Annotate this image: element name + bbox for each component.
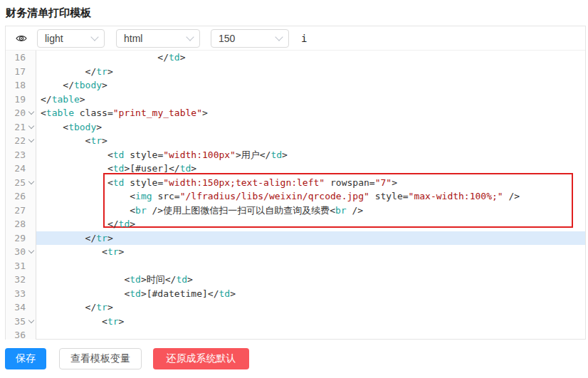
preview-toggle-button[interactable] — [11, 34, 31, 43]
code-line-content[interactable]: <tr> — [36, 245, 585, 259]
code-line-content[interactable]: </td> — [36, 51, 585, 65]
code-line-content[interactable]: </table> — [36, 93, 585, 107]
gutter: 22 — [6, 134, 36, 148]
fold-spacer — [26, 259, 36, 273]
line-number: 31 — [6, 259, 26, 273]
code-token: > — [282, 149, 288, 160]
code-line-content[interactable]: <br />使用上图微信扫一扫可以自助查询及续费<br /> — [36, 204, 585, 218]
code-token: "max-width:100%;" — [409, 191, 503, 201]
fold-icon[interactable] — [26, 106, 36, 120]
code-line-19: 19</table> — [6, 93, 585, 107]
chevron-down-icon — [186, 33, 194, 41]
code-token: tr — [96, 233, 107, 243]
code-token: td — [130, 274, 141, 285]
code-token: td — [113, 149, 125, 160]
code-token: style — [375, 191, 403, 201]
code-token: img — [135, 191, 152, 201]
code-token: /> — [503, 191, 520, 201]
code-line-content[interactable] — [36, 259, 585, 273]
view-template-variables-button[interactable]: 查看模板变量 — [59, 348, 142, 369]
line-number: 36 — [6, 328, 26, 340]
code-token: td — [176, 274, 187, 285]
code-token: = — [369, 177, 375, 188]
code-line-content[interactable]: </tbody> — [36, 78, 585, 93]
code-token: src — [157, 191, 174, 201]
code-line-content[interactable]: </td> — [36, 217, 585, 231]
code-token: "/lfradius/libs/weixin/qrcode.jpg" — [180, 191, 369, 201]
code-line-24: 24 <td>[#user]</td> — [6, 162, 585, 176]
code-line-29: 29 </tr> — [6, 231, 585, 246]
restore-system-default-button[interactable]: 还原成系统默认 — [153, 348, 249, 369]
code-token: tr — [96, 302, 107, 313]
info-icon[interactable]: i — [301, 33, 307, 44]
line-number: 35 — [6, 315, 26, 329]
fold-icon[interactable] — [26, 315, 36, 329]
fold-spacer — [26, 65, 36, 79]
theme-select[interactable]: light — [37, 29, 105, 48]
code-line-content[interactable]: <td style="width:100px">用户</td> — [36, 148, 585, 162]
code-token: class — [80, 107, 107, 118]
fold-spacer — [26, 217, 36, 231]
fold-spacer — [26, 328, 36, 340]
fold-icon[interactable] — [26, 176, 36, 190]
code-token: tr — [107, 316, 119, 327]
fold-icon[interactable] — [26, 120, 36, 135]
code-token: td — [271, 149, 282, 160]
gutter: 35 — [6, 315, 36, 329]
code-line-content[interactable]: <td>[#user]</td> — [36, 162, 585, 176]
fold-icon[interactable] — [26, 245, 36, 259]
code-line-21: 21 <tbody> — [6, 120, 585, 135]
code-token: > — [80, 94, 85, 105]
code-token: </ — [41, 94, 52, 105]
code-line-content[interactable]: <td>[#datetime]</td> — [36, 287, 585, 301]
code-line-content[interactable]: <tr> — [36, 134, 585, 148]
code-token: br — [135, 205, 147, 216]
gutter: 27 — [6, 204, 36, 218]
code-token: /> — [347, 205, 363, 216]
save-button[interactable]: 保存 — [5, 348, 46, 369]
fold-spacer — [26, 78, 36, 93]
code-line-content[interactable]: </tr> — [36, 231, 585, 246]
line-number: 21 — [6, 120, 26, 135]
gutter: 34 — [6, 300, 36, 315]
code-line-content[interactable]: </tr> — [36, 300, 585, 315]
code-line-35: 35 <tr> — [6, 315, 585, 329]
line-number: 20 — [6, 106, 26, 120]
code-line-content[interactable]: <td style="width:150px;text-align:left" … — [36, 176, 585, 190]
code-token: > — [130, 219, 135, 229]
gutter: 26 — [6, 189, 36, 204]
line-number: 27 — [6, 204, 26, 218]
code-line-content[interactable]: <table class="print_my_table"> — [36, 106, 585, 120]
code-token: > — [191, 163, 196, 174]
code-token: td — [219, 288, 230, 299]
code-token: = — [107, 107, 113, 118]
code-token: </ — [41, 66, 96, 77]
code-line-content[interactable]: <td>时间</td> — [36, 273, 585, 287]
gutter: 21 — [6, 120, 36, 135]
code-line-content[interactable] — [36, 328, 585, 340]
code-token: < — [41, 163, 113, 174]
code-line-25: 25 <td style="width:150px;text-align:lef… — [6, 176, 585, 190]
code-token: < — [41, 135, 90, 146]
fold-spacer — [26, 300, 36, 315]
size-select[interactable]: 150 — [211, 29, 289, 48]
fold-icon[interactable] — [26, 134, 36, 148]
code-line-content[interactable]: </tr> — [36, 65, 585, 79]
code-line-content[interactable]: <tbody> — [36, 120, 585, 135]
fold-spacer — [26, 189, 36, 204]
code-line-content[interactable]: <img src="/lfradius/libs/weixin/qrcode.j… — [36, 189, 585, 204]
language-select[interactable]: html — [116, 29, 200, 48]
code-token: table — [52, 94, 80, 105]
line-number: 24 — [6, 162, 26, 176]
line-number: 17 — [6, 65, 26, 79]
code-token: >[#user]</ — [124, 163, 179, 174]
code-token: = — [174, 191, 180, 201]
code-token: > — [107, 66, 113, 77]
code-token: > — [119, 246, 125, 257]
line-number: 23 — [6, 148, 26, 162]
code-line-content[interactable]: <tr> — [36, 315, 585, 329]
editor-toolbar: light html 150 i — [6, 26, 585, 51]
line-number: 25 — [6, 176, 26, 190]
code-editor-area[interactable]: 16 </td>17 </tr>18 </tbody>19</table>20<… — [6, 51, 585, 340]
page-title: 财务清单打印模板 — [0, 0, 588, 25]
